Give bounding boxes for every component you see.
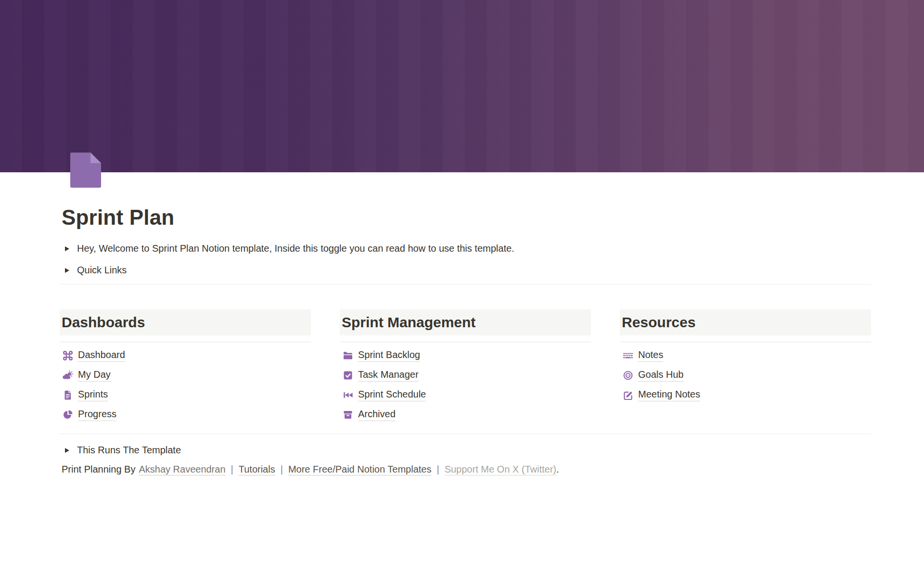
page-link-label[interactable]: Archived bbox=[358, 409, 396, 421]
toggle-welcome-label: Hey, Welcome to Sprint Plan Notion templ… bbox=[77, 243, 514, 254]
document-icon bbox=[63, 390, 73, 400]
page-link-item[interactable]: Notes bbox=[620, 346, 871, 366]
page-link-item[interactable]: Task Manager bbox=[340, 366, 591, 385]
column-divider bbox=[620, 342, 871, 342]
toggle-runs-template[interactable]: This Runs The Template bbox=[60, 441, 871, 460]
column-item-list: Sprint Backlog Task Manager Sprint Sched… bbox=[340, 346, 591, 425]
page-link-label[interactable]: Sprints bbox=[78, 389, 108, 401]
column-heading: Dashboards bbox=[60, 309, 311, 335]
column-divider bbox=[60, 342, 311, 342]
page-link-item[interactable]: Sprint Backlog bbox=[340, 346, 591, 366]
page-link-label[interactable]: Progress bbox=[78, 409, 116, 421]
column: Sprint Management Sprint Backlog Task Ma… bbox=[340, 309, 591, 425]
column-divider bbox=[340, 342, 591, 342]
archive-icon bbox=[343, 410, 353, 420]
sun-cloud-icon bbox=[63, 370, 73, 381]
page-link-label[interactable]: Notes bbox=[638, 349, 663, 362]
footer-link[interactable]: More Free/Paid Notion Templates bbox=[288, 464, 432, 475]
page-icon-fold bbox=[90, 153, 101, 163]
page-link-label[interactable]: Goals Hub bbox=[638, 369, 684, 382]
toggle-welcome[interactable]: Hey, Welcome to Sprint Plan Notion templ… bbox=[60, 239, 871, 258]
page-link-item[interactable]: Sprint Schedule bbox=[340, 385, 591, 405]
toggle-triangle-icon[interactable] bbox=[65, 268, 69, 273]
column-heading: Resources bbox=[620, 309, 871, 335]
footer-separator: | bbox=[281, 464, 283, 474]
page-link-label[interactable]: Dashboard bbox=[78, 349, 125, 362]
column-heading: Sprint Management bbox=[340, 309, 591, 335]
page-link-label[interactable]: My Day bbox=[78, 369, 111, 382]
page-link-item[interactable]: Progress bbox=[60, 405, 311, 425]
footer-link[interactable]: Tutorials bbox=[239, 464, 275, 475]
page-content: Sprint Plan Hey, Welcome to Sprint Plan … bbox=[60, 172, 871, 479]
page-document-icon[interactable] bbox=[70, 153, 101, 188]
page-link-item[interactable]: Dashboard bbox=[60, 346, 311, 366]
cover-image bbox=[0, 0, 924, 172]
footer-links: Akshay Raveendran|Tutorials|More Free/Pa… bbox=[139, 464, 556, 475]
page-title: Sprint Plan bbox=[62, 205, 871, 231]
footer-link[interactable]: Akshay Raveendran bbox=[139, 464, 225, 475]
edit-icon bbox=[623, 390, 633, 400]
footer-suffix: . bbox=[556, 464, 559, 475]
page-link-label[interactable]: Meeting Notes bbox=[638, 389, 700, 401]
footer: Print Planning By Akshay Raveendran|Tuto… bbox=[62, 460, 871, 479]
footer-separator: | bbox=[231, 464, 233, 474]
column-item-list: Notes Goals Hub Meeting Notes bbox=[620, 346, 871, 405]
page-link-item[interactable]: Goals Hub bbox=[620, 366, 871, 385]
command-icon bbox=[63, 350, 73, 361]
footer-separator: | bbox=[436, 464, 439, 474]
keyboard-icon bbox=[623, 350, 633, 361]
toggle-quick-links[interactable]: Quick Links bbox=[60, 261, 871, 280]
column: Dashboards Dashboard My Day Sprints Prog… bbox=[60, 309, 311, 425]
page-link-label[interactable]: Task Manager bbox=[358, 369, 419, 382]
column-item-list: Dashboard My Day Sprints Progress bbox=[60, 346, 311, 425]
divider bbox=[60, 284, 871, 284]
folder-icon bbox=[343, 350, 353, 361]
footer-link[interactable]: Support Me On X (Twitter) bbox=[445, 464, 556, 475]
page-link-label[interactable]: Sprint Backlog bbox=[358, 349, 420, 362]
page-icon-body bbox=[70, 153, 101, 188]
toggle-triangle-icon[interactable] bbox=[65, 246, 69, 251]
column: Resources Notes Goals Hub Meeting Notes bbox=[620, 309, 871, 405]
toggle-quick-links-label: Quick Links bbox=[77, 265, 127, 276]
page-link-label[interactable]: Sprint Schedule bbox=[358, 389, 426, 401]
pie-chart-icon bbox=[63, 410, 73, 420]
rewind-icon bbox=[343, 390, 353, 400]
footer-prefix: Print Planning By bbox=[62, 464, 135, 475]
divider bbox=[60, 434, 871, 434]
page-link-item[interactable]: My Day bbox=[60, 366, 311, 385]
columns: Dashboards Dashboard My Day Sprints Prog… bbox=[60, 309, 871, 425]
checkbox-icon bbox=[343, 370, 353, 381]
toggle-triangle-icon[interactable] bbox=[65, 448, 69, 453]
page-link-item[interactable]: Meeting Notes bbox=[620, 385, 871, 405]
toggle-runs-template-label: This Runs The Template bbox=[77, 445, 181, 456]
target-icon bbox=[623, 370, 633, 381]
page-link-item[interactable]: Archived bbox=[340, 405, 591, 425]
page-link-item[interactable]: Sprints bbox=[60, 385, 311, 405]
